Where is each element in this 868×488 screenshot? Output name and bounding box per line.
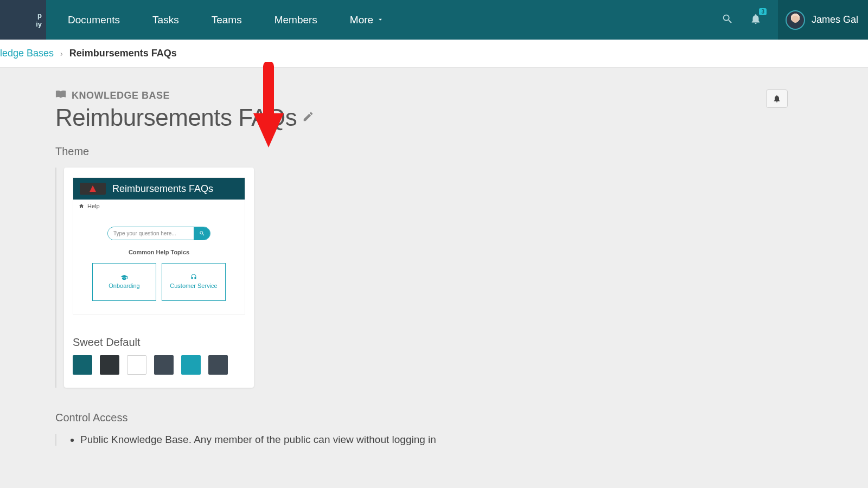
swatch-6	[208, 355, 228, 375]
main-menu: Documents Tasks Teams Members More	[68, 14, 384, 26]
graduation-cap-icon	[120, 274, 128, 280]
swatch-3	[127, 355, 146, 375]
chevron-right-icon: ›	[60, 49, 63, 58]
avatar	[786, 10, 805, 30]
theme-preview: Reimbursements FAQs Help Type your quest…	[73, 177, 245, 314]
preview-search-button	[194, 227, 210, 240]
search-icon[interactable]	[722, 13, 733, 27]
bell-icon	[750, 17, 762, 27]
headset-icon	[190, 274, 197, 280]
nav-more[interactable]: More	[350, 14, 384, 26]
page-title: Reimbursements FAQs	[55, 104, 297, 131]
access-item-public: Public Knowledge Base. Any member of the…	[80, 434, 788, 446]
swatch-5	[181, 355, 201, 375]
nav-members[interactable]: Members	[275, 14, 317, 26]
preview-breadcrumb: Help	[73, 200, 245, 213]
swatch-2	[100, 355, 119, 375]
kb-type-label: KNOWLEDGE BASE	[55, 89, 788, 102]
breadcrumb-parent[interactable]: ledge Bases	[0, 48, 54, 59]
user-menu[interactable]: James Gal	[778, 0, 868, 40]
preview-logo	[80, 183, 106, 195]
nav-teams[interactable]: Teams	[212, 14, 242, 26]
notifications-button[interactable]: 3	[750, 13, 762, 27]
access-section-label: Control Access	[55, 412, 788, 424]
bell-icon	[773, 94, 781, 103]
content: KNOWLEDGE BASE Reimbursements FAQs Theme…	[0, 68, 868, 446]
book-icon	[55, 89, 67, 102]
breadcrumb-current: Reimbursements FAQs	[69, 48, 177, 59]
theme-card[interactable]: Reimbursements FAQs Help Type your quest…	[55, 168, 254, 388]
preview-topic-customer-service: Customer Service	[162, 263, 226, 301]
subscribe-button[interactable]	[766, 89, 788, 108]
theme-swatches	[73, 355, 245, 375]
chevron-down-icon	[376, 14, 384, 26]
preview-title: Reimbursements FAQs	[112, 183, 213, 195]
notification-count: 3	[759, 8, 767, 15]
swatch-1	[73, 355, 92, 375]
logo-text-line1: p	[37, 11, 42, 20]
theme-name: Sweet Default	[73, 336, 245, 349]
preview-search: Type your question here...	[107, 227, 210, 240]
theme-section-label: Theme	[55, 145, 788, 158]
logo-text-line2: iy	[36, 20, 42, 29]
top-nav: p iy Documents Tasks Teams Members More …	[0, 0, 868, 40]
swatch-4	[154, 355, 174, 375]
edit-title-button[interactable]	[302, 111, 314, 125]
preview-topic-onboarding: Onboarding	[92, 263, 156, 301]
preview-search-placeholder: Type your question here...	[108, 227, 194, 240]
user-name: James Gal	[812, 14, 858, 25]
nav-documents[interactable]: Documents	[68, 14, 120, 26]
app-logo[interactable]: p iy	[0, 0, 46, 40]
search-icon	[199, 230, 205, 236]
home-icon	[79, 203, 84, 209]
nav-right: 3 James Gal	[722, 0, 868, 40]
access-options: Public Knowledge Base. Any member of the…	[55, 434, 788, 446]
breadcrumb: ledge Bases › Reimbursements FAQs	[0, 40, 868, 68]
nav-tasks[interactable]: Tasks	[152, 14, 179, 26]
preview-common-label: Common Help Topics	[129, 249, 189, 255]
